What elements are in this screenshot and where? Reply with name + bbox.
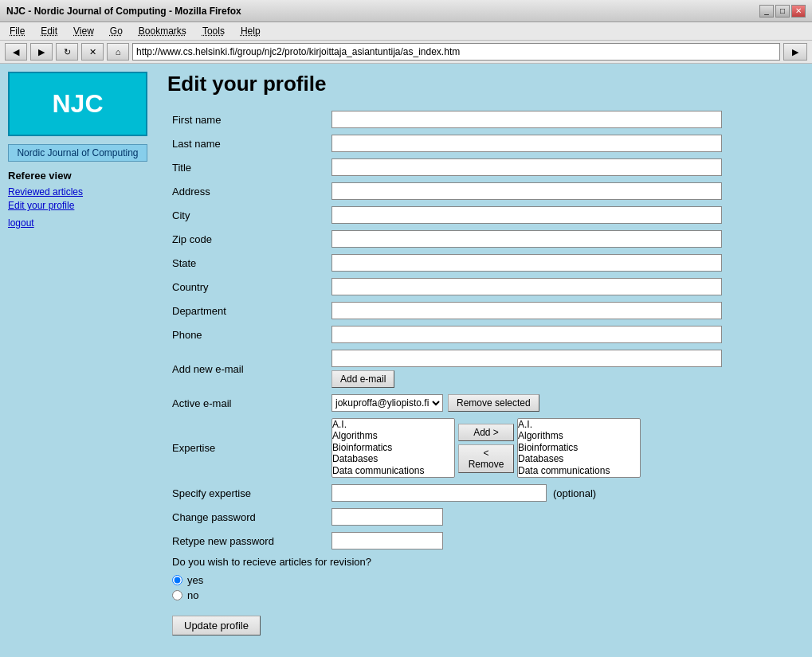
- menu-edit[interactable]: Edit: [37, 24, 61, 38]
- table-row: Specify expertise (optional): [167, 481, 800, 505]
- sidebar: NJC Nordic Journal of Computing Referee …: [0, 64, 155, 657]
- close-button[interactable]: ✕: [791, 5, 806, 18]
- remove-selected-button[interactable]: Remove selected: [448, 394, 539, 412]
- list-item: Databases: [518, 453, 640, 464]
- table-row: Add new e-mail Add e-mail: [167, 346, 800, 391]
- add-expertise-button[interactable]: Add >: [458, 424, 514, 441]
- menu-file[interactable]: File: [6, 24, 28, 38]
- add-email-button[interactable]: Add e-mail: [331, 370, 394, 388]
- update-profile-button[interactable]: Update profile: [172, 616, 261, 635]
- active-email-row: jokuproffa@yliopisto.fi Remove selected: [331, 394, 795, 412]
- retype-password-field[interactable]: [331, 532, 443, 549]
- address-bar[interactable]: [132, 43, 780, 61]
- menu-view[interactable]: View: [70, 24, 97, 38]
- minimize-button[interactable]: _: [759, 5, 774, 18]
- browser-menubar: File Edit View Go Bookmarks Tools Help: [0, 22, 812, 41]
- first-name-label: First name: [167, 108, 327, 131]
- revision-no-radio[interactable]: [172, 590, 182, 600]
- table-row: Title: [167, 155, 800, 179]
- list-item: A.I.: [332, 419, 454, 430]
- list-item: Data communications: [518, 465, 640, 476]
- page-wrapper: NJC Nordic Journal of Computing Referee …: [0, 64, 812, 657]
- menu-help[interactable]: Help: [237, 24, 264, 38]
- active-email-label: Active e-mail: [167, 391, 327, 415]
- home-button[interactable]: ⌂: [107, 43, 129, 61]
- optional-label: (optional): [553, 487, 596, 499]
- table-row: Change password: [167, 505, 800, 529]
- sidebar-nav-link[interactable]: Nordic Journal of Computing: [8, 144, 147, 162]
- browser-title: NJC - Nordic Journal of Computing - Mozi…: [6, 6, 241, 17]
- back-button[interactable]: ◀: [5, 43, 27, 61]
- main-content: Edit your profile First name Last name T…: [155, 64, 812, 657]
- department-field[interactable]: [331, 302, 722, 319]
- title-label: Title: [167, 155, 327, 179]
- stop-button[interactable]: ✕: [81, 43, 104, 61]
- table-row: First name: [167, 108, 800, 131]
- table-row: Address: [167, 179, 800, 203]
- logout-link[interactable]: logout: [8, 217, 147, 229]
- city-field[interactable]: [331, 206, 722, 224]
- forward-button[interactable]: ▶: [30, 43, 53, 61]
- revision-yes-radio[interactable]: [172, 575, 182, 585]
- country-field[interactable]: [331, 278, 722, 295]
- state-label: State: [167, 251, 327, 275]
- list-item: Algorithms: [518, 430, 640, 441]
- add-email-row: [331, 350, 795, 367]
- table-row: Do you wish to recieve articles for revi…: [167, 553, 800, 608]
- reviewed-articles-link[interactable]: Reviewed articles: [8, 186, 147, 197]
- table-row: Retype new password: [167, 529, 800, 553]
- active-email-select[interactable]: jokuproffa@yliopisto.fi: [331, 394, 443, 412]
- browser-title-bar: NJC - Nordic Journal of Computing - Mozi…: [0, 0, 812, 22]
- revision-radio-group: yes no: [172, 571, 795, 604]
- list-item: Bioinformatics: [518, 442, 640, 453]
- change-password-label: Change password: [167, 505, 327, 529]
- zip-code-field[interactable]: [331, 230, 722, 248]
- specify-expertise-field[interactable]: [331, 484, 547, 502]
- retype-password-label: Retype new password: [167, 529, 327, 553]
- address-bar-container: ▶: [132, 43, 807, 61]
- revision-yes-text: yes: [187, 574, 203, 586]
- list-item: Algorithms: [332, 430, 454, 441]
- menu-go[interactable]: Go: [107, 24, 126, 38]
- go-button[interactable]: ▶: [783, 43, 807, 61]
- table-row: Active e-mail jokuproffa@yliopisto.fi Re…: [167, 391, 800, 415]
- page-title: Edit your profile: [167, 72, 800, 96]
- expertise-left-list[interactable]: A.I. Algorithms Bioinformatics Databases…: [331, 418, 455, 478]
- reload-button[interactable]: ↻: [56, 43, 78, 61]
- expertise-container: A.I. Algorithms Bioinformatics Databases…: [331, 418, 795, 478]
- menu-bookmarks[interactable]: Bookmarks: [135, 24, 190, 38]
- list-item: A.I.: [518, 419, 640, 430]
- phone-field[interactable]: [331, 326, 722, 343]
- title-field[interactable]: [331, 158, 722, 176]
- address-label: Address: [167, 179, 327, 203]
- table-row: State: [167, 251, 800, 275]
- sidebar-section-title: Referee view: [8, 170, 147, 182]
- window-controls: _ □ ✕: [759, 5, 806, 18]
- sidebar-logo: NJC: [8, 72, 147, 136]
- menu-tools[interactable]: Tools: [199, 24, 228, 38]
- revision-yes-label[interactable]: yes: [172, 574, 795, 586]
- maximize-button[interactable]: □: [775, 5, 790, 18]
- change-password-field[interactable]: [331, 508, 443, 526]
- list-item: Bioinformatics: [332, 442, 454, 453]
- table-row: Expertise A.I. Algorithms Bioinformatics…: [167, 415, 800, 481]
- add-email-label: Add new e-mail: [167, 346, 327, 391]
- new-email-field[interactable]: [331, 350, 722, 367]
- expertise-label: Expertise: [167, 415, 327, 481]
- remove-expertise-button[interactable]: < Remove: [458, 444, 514, 473]
- first-name-field[interactable]: [331, 111, 722, 128]
- table-row: Update profile: [167, 608, 800, 643]
- profile-form: First name Last name Title Address: [167, 108, 800, 643]
- city-label: City: [167, 203, 327, 227]
- last-name-label: Last name: [167, 131, 327, 155]
- expertise-right-list[interactable]: A.I. Algorithms Bioinformatics Databases…: [517, 418, 641, 478]
- phone-label: Phone: [167, 323, 327, 346]
- revision-no-label[interactable]: no: [172, 589, 795, 601]
- browser-toolbar: ◀ ▶ ↻ ✕ ⌂ ▶: [0, 41, 812, 64]
- table-row: City: [167, 203, 800, 227]
- revision-no-text: no: [187, 589, 198, 601]
- address-field[interactable]: [331, 182, 722, 200]
- last-name-field[interactable]: [331, 135, 722, 152]
- edit-profile-link[interactable]: Edit your profile: [8, 200, 147, 211]
- state-field[interactable]: [331, 254, 722, 272]
